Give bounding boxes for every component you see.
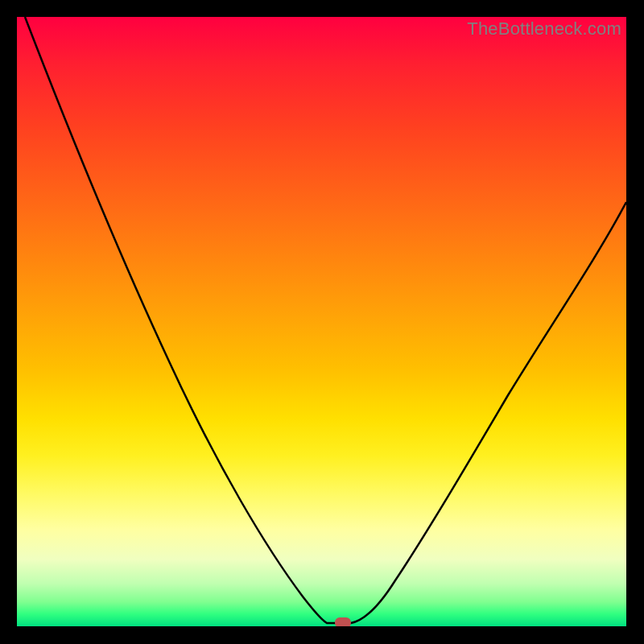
bottleneck-curve-left [25,17,351,623]
plot-area: TheBottleneck.com [17,17,626,626]
curve-layer [17,17,626,626]
chart-container: TheBottleneck.com [0,0,644,644]
minimum-marker [335,617,351,626]
bottleneck-curve-right [351,202,626,623]
